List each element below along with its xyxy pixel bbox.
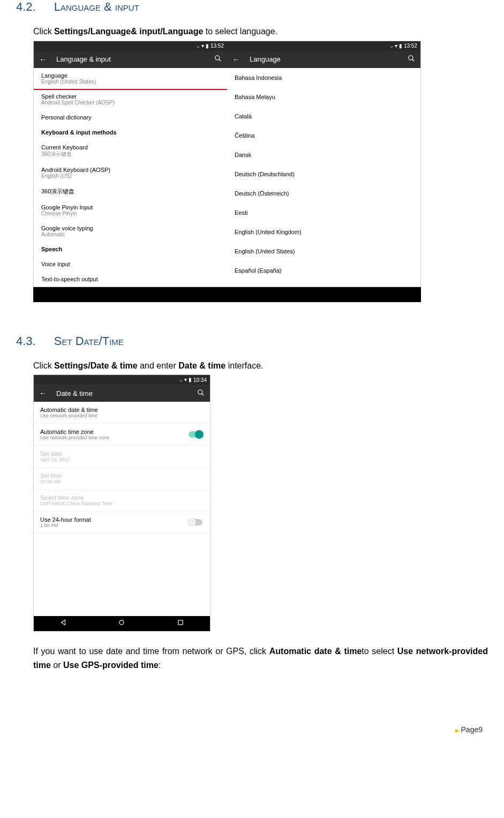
body-text-42: Click Settings/Language& input/Language … [33,25,488,39]
setting-subtitle: 1:00 PM [40,523,204,528]
setting-title: Google voice typing [41,225,220,231]
setting-row[interactable]: Android Keyboard (AOSP)English (US) [34,162,227,183]
section-heading-43: 4.3. Set Date/Time [16,334,488,348]
text: Click [33,361,54,370]
setting-title: Personal dictionary [41,114,220,121]
body-text-43: Click Settings/Date & time and enter Dat… [33,359,488,373]
language-list: Bahasa IndonesiaBahasa MelayuCatalàČešti… [227,68,420,287]
setting-row[interactable]: Voice input [34,257,227,272]
triangle-icon: ▶ [455,727,460,733]
battery-icon: ▮ [399,43,402,49]
setting-title: Android Keyboard (AOSP) [41,167,220,173]
android-navbar [34,616,210,631]
setting-title: Current Keyboard [41,144,220,151]
bluetooth-icon: ⌵ [197,43,200,49]
status-bar: ⌵ ▾ ▮ 13:52 [227,41,420,51]
svg-point-0 [215,56,220,60]
setting-title: Language [41,72,220,79]
signal-icon: ▾ [184,377,187,382]
setting-subtitle: Use network-provided time [40,413,204,418]
bold-text: Use GPS-provided time [63,661,159,670]
setting-title: Automatic date & time [40,407,204,413]
text: : [159,661,161,670]
setting-subtitle: Chinese Pinyin [41,211,220,216]
setting-row[interactable]: Google voice typingAutomatic [34,221,227,242]
svg-point-8 [198,389,202,394]
text: interface. [225,361,263,370]
setting-title: Google Pinyin Input [41,204,220,211]
setting-row[interactable]: Google Pinyin InputChinese Pinyin [34,200,227,221]
toolbar: ← Language [227,51,420,68]
svg-point-10 [119,620,124,625]
language-option[interactable]: Deutsch (Österreich) [227,184,420,203]
back-icon[interactable]: ← [39,55,47,64]
search-icon[interactable] [197,389,205,398]
dual-screenshot: ⌵ ▾ ▮ 13:52 ← Language & input LanguageE… [33,41,421,287]
svg-point-2 [409,56,413,60]
search-icon[interactable] [214,55,222,64]
datetime-row[interactable]: Use 24-hour format1:00 PM [34,512,210,534]
signal-icon: ▾ [201,43,204,49]
setting-row[interactable]: Personal dictionary [34,110,227,125]
nav-recent-icon[interactable] [177,619,184,628]
android-navbar [33,287,421,302]
text: and enter [138,361,179,370]
setting-row[interactable]: LanguageEnglish (United States) [34,68,227,90]
text: or [51,661,63,670]
setting-subtitle: Automatic [41,231,220,237]
language-option[interactable]: Dansk [227,145,420,164]
nav-back-icon[interactable] [59,619,67,628]
text: to select [362,647,397,656]
section-title: Set Date/Time [54,334,124,348]
setting-row[interactable]: Spell checkerAndroid Spell Checker (AOSP… [34,89,227,110]
datetime-row[interactable]: Automatic date & timeUse network-provide… [34,402,210,424]
back-icon[interactable]: ← [39,389,47,397]
setting-row[interactable]: Current Keyboard360演示键盘 [34,140,227,162]
bold-text: Date & time [178,361,225,370]
language-option[interactable]: Català [227,107,420,126]
language-option[interactable]: Bahasa Melayu [227,87,420,107]
page-footer: ▶Page9 [16,725,488,734]
language-option[interactable]: English (United States) [227,242,420,261]
toggle-switch[interactable] [189,519,202,526]
setting-title: Set date [40,451,204,457]
language-option[interactable]: Deutsch (Deutschland) [227,164,420,184]
settings-list: LanguageEnglish (United States)Spell che… [34,68,227,287]
toggle-switch[interactable] [189,431,202,438]
signal-icon: ▾ [395,43,397,49]
setting-subtitle: Use network-provided time zone [40,435,204,440]
setting-title: Speech [41,246,220,252]
status-time: 10:34 [193,377,207,383]
setting-row[interactable]: Text-to-speech output [34,272,227,287]
section-title: Language & input [54,0,139,14]
battery-icon: ▮ [206,43,209,49]
toolbar: ← Date & time [34,385,210,402]
datetime-row: Select time zoneGMT+08:00 China Standard… [34,490,210,512]
bluetooth-icon: ⌵ [390,43,393,49]
nav-home-icon[interactable] [118,619,125,628]
datetime-row[interactable]: Automatic time zoneUse network-provided … [34,424,210,446]
bluetooth-icon: ⌵ [179,377,183,382]
bold-text: Settings/Date & time [54,361,138,370]
setting-title: Use 24-hour format [40,516,204,523]
setting-row[interactable]: 360演示键盘 [34,183,227,200]
svg-rect-11 [178,620,183,625]
back-icon[interactable]: ← [232,55,240,64]
setting-title: Spell checker [41,93,220,100]
language-option[interactable]: English (United Kingdom) [227,222,420,242]
section-number: 4.3. [16,334,36,348]
bold-text: Settings/Language& input/Language [54,27,203,36]
text: If you want to use date and time from ne… [33,647,269,656]
status-bar: ⌵ ▾ ▮ 10:34 [34,375,210,385]
screenshot-language: ⌵ ▾ ▮ 13:52 ← Language Bahasa IndonesiaB… [227,41,420,287]
language-option[interactable]: Čeština [227,126,420,145]
datetime-row: Set time10:34 AM [34,468,210,490]
search-icon[interactable] [408,55,415,64]
setting-subtitle: Android Spell Checker (AOSP) [41,100,220,106]
setting-subtitle: English (United States) [41,79,220,85]
language-option[interactable]: Bahasa Indonesia [227,68,420,87]
language-option[interactable]: Eesti [227,203,420,222]
language-option[interactable]: Español (España) [227,261,420,280]
setting-row: Speech [34,242,227,257]
svg-line-9 [202,393,204,395]
